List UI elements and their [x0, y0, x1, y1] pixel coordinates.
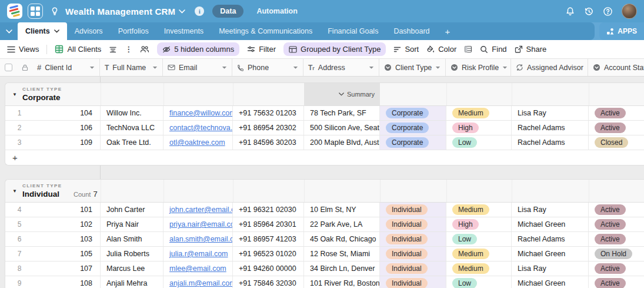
cell-full-name[interactable]: Julia Roberts	[101, 247, 163, 261]
more-options-icon[interactable]: ⋮	[125, 45, 132, 54]
email-link[interactable]: contact@technova.com	[169, 124, 233, 132]
column-header-address[interactable]: Tr Address	[303, 59, 379, 76]
column-menu-chevron-icon[interactable]	[293, 66, 298, 69]
tab-advisors[interactable]: Advisors	[67, 22, 111, 40]
column-header-phone[interactable]: Phone	[232, 59, 303, 76]
notifications-bell-icon[interactable]	[565, 6, 575, 16]
cell-client-id[interactable]: 108	[80, 279, 92, 287]
table-row[interactable]: 2106 TechNova LLC contact@technova.com +…	[5, 121, 644, 135]
cell-address[interactable]: 78 Tech Park, SF	[304, 106, 380, 120]
current-view-button[interactable]: All Clients	[55, 45, 101, 54]
column-menu-chevron-icon[interactable]	[222, 66, 227, 69]
cell-assigned-advisor[interactable]: Michael Green	[512, 247, 589, 261]
row-height-icon[interactable]	[464, 45, 472, 53]
apps-button[interactable]: APPS	[599, 22, 644, 40]
cell-phone[interactable]: +91 94260 00000	[233, 261, 304, 276]
cell-account-status[interactable]: Active	[589, 217, 644, 231]
column-header-client-type[interactable]: Client Type	[379, 59, 446, 76]
cell-assigned-advisor[interactable]: Michael Green	[512, 276, 589, 288]
cell-assigned-advisor[interactable]: Michael Green	[512, 217, 589, 231]
cell-account-status[interactable]: Active	[589, 232, 644, 246]
color-button[interactable]: Color	[426, 45, 456, 54]
cell-assigned-advisor[interactable]: Rachel Adams	[512, 135, 589, 150]
cell-address[interactable]: 200 Maple Blvd, Austin	[304, 135, 380, 150]
cell-phone[interactable]: +91 86957 41203	[233, 232, 304, 246]
table-row[interactable]: 6103 Alan Smith alan.smith@email.com +91…	[5, 232, 644, 247]
grouped-badge[interactable]: Grouped by Client Type	[283, 42, 386, 56]
table-row[interactable]: 4101 John Carter john.carter@email.com +…	[5, 203, 644, 217]
add-record-row[interactable]: +	[5, 150, 644, 165]
tab-investments[interactable]: Investments	[156, 22, 211, 40]
cell-account-status[interactable]: Closed	[589, 135, 644, 150]
help-icon[interactable]	[603, 6, 613, 16]
cell-account-status[interactable]: Active	[589, 261, 644, 276]
column-header-risk-profile[interactable]: Risk Profile	[446, 59, 511, 76]
cell-email[interactable]: otl@oaktree.com	[163, 135, 233, 150]
lightbulb-icon[interactable]	[50, 6, 59, 16]
cell-client-id[interactable]: 102	[80, 220, 92, 229]
cell-phone[interactable]: +91 85964 20301	[233, 217, 304, 231]
collapse-group-icon[interactable]: ▼	[12, 188, 17, 194]
column-menu-chevron-icon[interactable]	[152, 66, 158, 69]
cell-risk-profile[interactable]: High	[446, 121, 512, 135]
email-link[interactable]: mlee@email.com	[169, 264, 226, 273]
cell-client-type[interactable]: Individual	[380, 247, 446, 261]
cell-full-name[interactable]: TechNova LLC	[101, 121, 163, 135]
cell-client-type[interactable]: Individual	[380, 276, 446, 288]
add-table-button[interactable]: +	[438, 22, 458, 40]
column-header-client-id[interactable]: # Client Id	[0, 59, 100, 76]
cell-address[interactable]: 45 Oak Rd, Chicago	[304, 232, 380, 246]
table-row[interactable]: 9108 Anjali Mehra anjali.m@email.com +91…	[5, 276, 644, 288]
cell-email[interactable]: priya.nair@email.com	[163, 217, 233, 231]
cell-full-name[interactable]: Willow Inc.	[101, 106, 163, 120]
email-link[interactable]: priya.nair@email.com	[169, 220, 233, 229]
cell-risk-profile[interactable]: Medium	[446, 106, 512, 120]
user-avatar[interactable]	[622, 4, 637, 19]
cell-full-name[interactable]: Oak Tree Ltd.	[101, 135, 163, 150]
history-icon[interactable]	[584, 6, 594, 16]
tab-clients[interactable]: Clients	[18, 22, 67, 40]
cell-risk-profile[interactable]: Medium	[446, 203, 512, 217]
email-link[interactable]: finance@willow.com	[169, 109, 233, 117]
cell-address[interactable]: 101 River Rd, Boston	[304, 276, 380, 288]
cell-account-status[interactable]: Active	[589, 203, 644, 217]
column-header-assigned-advisor[interactable]: Assigned Advisor	[511, 59, 588, 76]
table-row[interactable]: 5102 Priya Nair priya.nair@email.com +91…	[5, 217, 644, 232]
cell-email[interactable]: julia.r@email.com	[163, 247, 233, 261]
chevron-down-icon[interactable]	[179, 9, 185, 14]
cell-phone[interactable]: +91 75632 01203	[233, 106, 304, 120]
chevron-down-icon[interactable]	[54, 29, 59, 33]
cell-phone[interactable]: +91 75846 32030	[233, 276, 304, 288]
nav-automation-tab[interactable]: Automation	[256, 7, 297, 15]
cell-phone[interactable]: +91 84596 30203	[233, 135, 304, 150]
column-header-account-status[interactable]: Account Status	[588, 59, 644, 76]
filter-button[interactable]: Filter	[247, 45, 276, 54]
cell-assigned-advisor[interactable]: Lisa Ray	[512, 203, 589, 217]
cell-client-type[interactable]: Individual	[380, 261, 446, 276]
cell-client-type[interactable]: Individual	[380, 203, 446, 217]
cell-email[interactable]: mlee@email.com	[163, 261, 233, 276]
cell-phone[interactable]: +91 86954 20302	[233, 121, 304, 135]
share-button[interactable]: Share	[515, 45, 547, 54]
cell-account-status[interactable]: On Hold	[589, 247, 644, 261]
cell-email[interactable]: john.carter@email.com	[163, 203, 233, 217]
cell-client-id[interactable]: 104	[80, 109, 92, 117]
view-config-icon[interactable]	[109, 45, 117, 53]
cell-address[interactable]: 10 Elm St, NY	[304, 203, 380, 217]
cell-address[interactable]: 34 Birch Ln, Denver	[304, 261, 380, 276]
cell-account-status[interactable]: Active	[589, 121, 644, 135]
select-all-checkbox[interactable]	[5, 64, 12, 71]
table-list-chevron-icon[interactable]	[0, 22, 18, 40]
cell-email[interactable]: anjali.m@email.com	[163, 276, 233, 288]
table-row[interactable]: 3109 Oak Tree Ltd. otl@oaktree.com +91 8…	[5, 135, 644, 150]
cell-email[interactable]: contact@technova.com	[163, 121, 233, 135]
base-title[interactable]: Wealth Management CRM	[65, 6, 185, 16]
cell-full-name[interactable]: Alan Smith	[101, 232, 163, 246]
cell-full-name[interactable]: Priya Nair	[101, 217, 163, 231]
cell-assigned-advisor[interactable]: Rachel Adams	[512, 121, 589, 135]
column-menu-chevron-icon[interactable]	[435, 66, 441, 69]
cell-address[interactable]: 22 Park Ave, LA	[304, 217, 380, 231]
cell-full-name[interactable]: Anjali Mehra	[101, 276, 163, 288]
views-button[interactable]: Views	[7, 45, 39, 54]
cell-client-id[interactable]: 106	[80, 124, 92, 132]
